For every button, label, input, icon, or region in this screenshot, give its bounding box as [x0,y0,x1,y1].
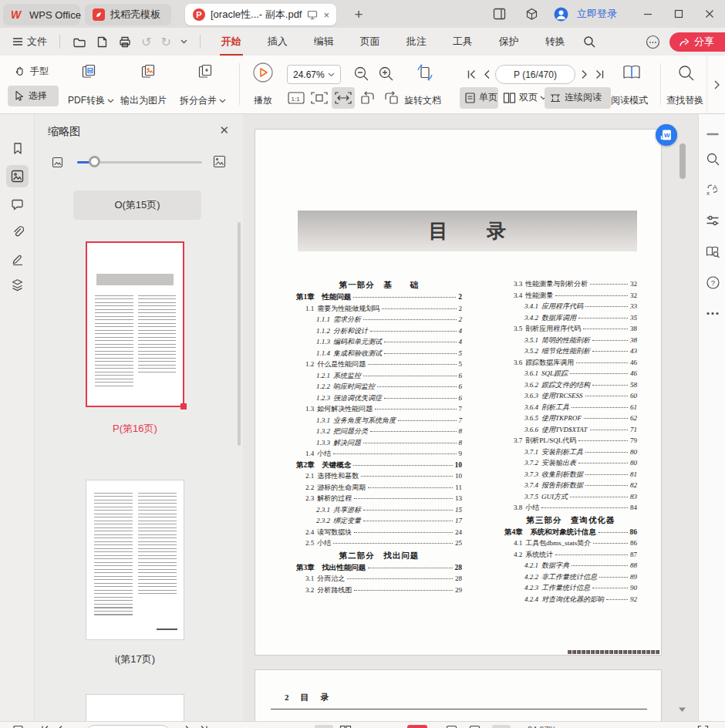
fit-page-button[interactable] [310,89,329,106]
help-icon[interactable]: ? [705,275,720,290]
status-page-icon[interactable] [12,725,24,728]
status-first-page-icon[interactable] [40,725,50,728]
undo-button[interactable]: ↺ [137,31,156,52]
attachment-icon[interactable] [6,221,29,243]
status-zoom-in[interactable]: + [673,725,679,728]
menu-item-转换[interactable]: 转换 [542,33,568,50]
tab-wps-office[interactable]: W WPS Office [3,4,80,25]
hand-tool-button[interactable]: 手型 [14,65,49,78]
read-mode-button[interactable]: 阅读模式 [611,94,648,107]
status-prev-page-icon[interactable] [56,725,64,728]
continuous-read-button[interactable]: 连续阅读 [545,87,611,109]
reader-view-icon[interactable] [705,244,720,259]
thumbnail-page-17[interactable] [86,480,184,640]
chevron-down-icon[interactable] [176,31,192,52]
pdf-page-17-partial[interactable]: 2 目 录 [255,669,662,721]
actual-size-button[interactable]: 1:1 [287,89,305,106]
page-indicator[interactable]: P (16/470) [495,65,575,84]
more-circle-icon[interactable] [641,31,665,52]
toc-entry: 2.5小结25 [296,538,462,549]
slider-knob[interactable] [89,156,100,167]
split-merge-button[interactable]: 拆分合并 [180,94,226,107]
zoom-select[interactable]: 24.67% [287,65,341,84]
close-window-button[interactable] [699,4,720,24]
cube-icon[interactable] [521,4,542,24]
panel-close-icon[interactable]: ✕ [219,123,229,137]
status-tool-icon[interactable] [446,725,457,728]
file-menu[interactable]: 文件 [8,31,52,52]
bookmark-icon[interactable] [6,137,29,160]
status-active-tool[interactable] [492,725,511,728]
pdf-page-16[interactable]: 目 录 第一部分 基 础第1章 性能问题21.1需要为性能做规划吗21.1.1需… [255,129,662,656]
new-tab-button[interactable]: + [349,5,369,25]
toc-entry: 3.2分析路线图29 [296,585,462,596]
toc-entry: 第二部分 找出问题 [296,549,462,562]
pdf-convert-button[interactable]: PDF转换 [68,94,114,107]
status-double-page-icon[interactable] [339,725,352,728]
menu-item-插入[interactable]: 插入 [265,33,291,50]
open-button[interactable] [68,31,91,52]
status-last-page-icon[interactable] [199,725,209,728]
login-link[interactable]: 立即登录 [577,7,617,21]
play-button[interactable]: 播放 [254,94,272,107]
rotate-left-button[interactable] [359,89,376,106]
minimize-button[interactable] [637,4,659,24]
redo-button[interactable]: ↻ [156,31,175,52]
status-page-indicator[interactable]: P (16/470) [86,725,170,728]
status-single-page-icon[interactable] [315,725,333,728]
next-page-button[interactable] [580,69,589,80]
monitor-icon[interactable] [307,10,318,20]
signature-pen-icon[interactable] [6,247,29,269]
panel-scrollbar[interactable] [238,222,241,446]
toolbar-expand-button[interactable] [708,56,725,113]
maximize-button[interactable] [668,4,690,24]
scroll-down-icon[interactable] [678,706,686,713]
thumbnail-panel-icon[interactable] [6,165,29,187]
tab-docer[interactable]: 找稻壳模板 [85,4,171,25]
double-page-button[interactable]: 双页 [503,91,547,104]
find-replace-button[interactable]: 查找替换 [666,94,703,107]
zoom-out-button[interactable] [353,66,370,83]
status-tool-icon-2[interactable] [469,725,481,728]
menu-item-页面[interactable]: 页面 [357,33,383,50]
share-button[interactable]: 分享 [669,32,725,52]
split-view-icon[interactable] [488,4,510,24]
menu-item-保护[interactable]: 保护 [496,33,522,50]
menu-item-批注[interactable]: 批注 [403,33,430,50]
close-tab-icon[interactable]: × [323,9,329,21]
status-fullscreen-icon[interactable] [697,725,709,728]
thumbnail-page-15[interactable]: O(第15页) [73,190,201,220]
export-image-button[interactable]: 输出为图片 [120,94,167,107]
sidebar-search-icon[interactable] [705,151,720,167]
tab-pdf-document[interactable]: P [oracle性...- 副本.pdf × [185,4,336,25]
collapse-handle-icon[interactable] [705,126,720,142]
menu-item-工具[interactable]: 工具 [450,33,476,50]
toc-entry: 1.2什么是性能问题5 [296,359,462,370]
translate-icon[interactable]: Ax [705,182,720,197]
thumbnail-page-18-partial[interactable] [86,694,184,725]
document-scrollbar[interactable] [679,143,686,179]
menu-item-编辑[interactable]: 编辑 [311,33,337,50]
more-options-icon[interactable] [705,305,720,321]
rotate-doc-button[interactable]: 旋转文档 [404,94,441,107]
layers-icon[interactable] [6,274,29,296]
adjust-settings-icon[interactable] [705,213,720,228]
rotate-right-button[interactable] [383,89,400,106]
thumbnail-page-16[interactable] [86,241,184,407]
pdf-to-word-float-button[interactable]: W [656,124,677,146]
single-page-button[interactable]: 单页 [460,87,498,109]
status-next-page-icon[interactable] [184,725,192,728]
avatar[interactable] [550,4,572,24]
save-button[interactable] [91,31,113,52]
first-page-button[interactable] [466,69,477,80]
last-page-button[interactable] [594,69,605,80]
comment-icon[interactable] [6,193,29,215]
select-tool-button[interactable]: 选择 [8,86,59,106]
menu-item-开始[interactable]: 开始 [218,33,244,50]
print-button[interactable] [113,31,137,52]
prev-page-button[interactable] [482,69,491,80]
zoom-in-button[interactable] [378,66,395,83]
status-highlight-tool[interactable] [407,725,427,728]
menu-search-icon[interactable] [578,31,601,52]
fit-width-button[interactable] [332,87,355,109]
